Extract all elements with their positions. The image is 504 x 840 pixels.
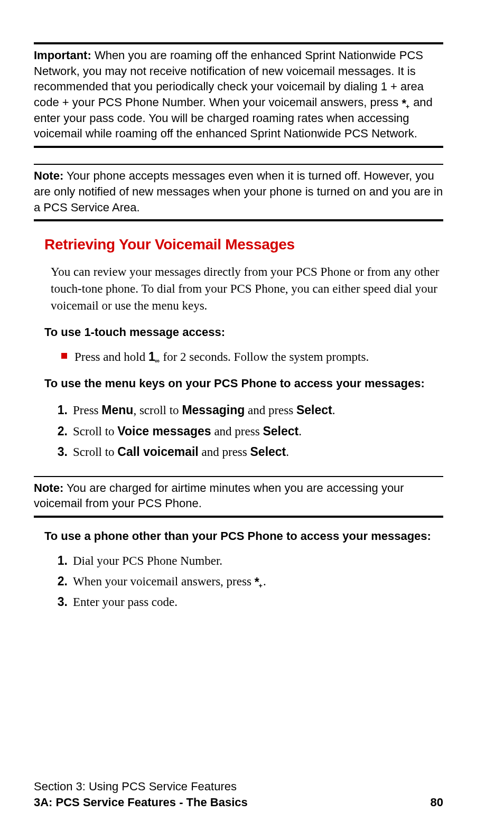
bullet-text: Press and hold 1∞ for 2 seconds. Follow …: [74, 349, 369, 365]
footer-subsection: 3A: PCS Service Features - The Basics: [34, 796, 248, 809]
important-lead: Important:: [34, 49, 91, 62]
note-lead: Note:: [34, 169, 63, 182]
note-text: Your phone accepts messages even when it…: [34, 169, 443, 213]
footer-section: Section 3: Using PCS Service Features: [34, 780, 443, 794]
subhead-menukeys: To use the menu keys on your PCS Phone t…: [44, 377, 443, 390]
list-item: 2. Scroll to Voice messages and press Se…: [53, 421, 443, 442]
bullet-item: Press and hold 1∞ for 2 seconds. Follow …: [61, 349, 443, 365]
square-bullet-icon: [61, 353, 67, 359]
key-1-icon: 1∞: [148, 350, 160, 363]
star-key-icon: *: [255, 572, 263, 593]
note-lead: Note:: [34, 481, 63, 494]
intro-paragraph: You can review your messages directly fr…: [51, 264, 443, 314]
note-text: You are charged for airtime minutes when…: [34, 481, 404, 510]
subhead-otherphone: To use a phone other than your PCS Phone…: [44, 529, 443, 543]
page-footer: Section 3: Using PCS Service Features 3A…: [34, 780, 443, 809]
page-number: 80: [431, 796, 443, 809]
ordered-list-otherphone: 1. Dial your PCS Phone Number. 2. When y…: [53, 550, 443, 612]
list-item: 1. Press Menu, scroll to Messaging and p…: [53, 400, 443, 421]
list-item: 3. Scroll to Call voicemail and press Se…: [53, 442, 443, 462]
list-item: 3. Enter your pass code.: [53, 592, 443, 612]
star-key-icon: *: [402, 96, 410, 111]
list-item: 1. Dial your PCS Phone Number.: [53, 550, 443, 571]
list-item: 2. When your voicemail answers, press *.: [53, 571, 443, 592]
subhead-1touch: To use 1-touch message access:: [44, 325, 443, 339]
ordered-list-menu: 1. Press Menu, scroll to Messaging and p…: [53, 400, 443, 462]
note-callout-1: Note: Your phone accepts messages even w…: [34, 165, 443, 219]
important-text-a: When you are roaming off the enhanced Sp…: [34, 49, 424, 109]
rule: [34, 219, 443, 221]
important-callout: Important: When you are roaming off the …: [34, 44, 443, 146]
section-heading: Retrieving Your Voicemail Messages: [44, 236, 443, 253]
note-callout-2: Note: You are charged for airtime minute…: [34, 477, 443, 516]
